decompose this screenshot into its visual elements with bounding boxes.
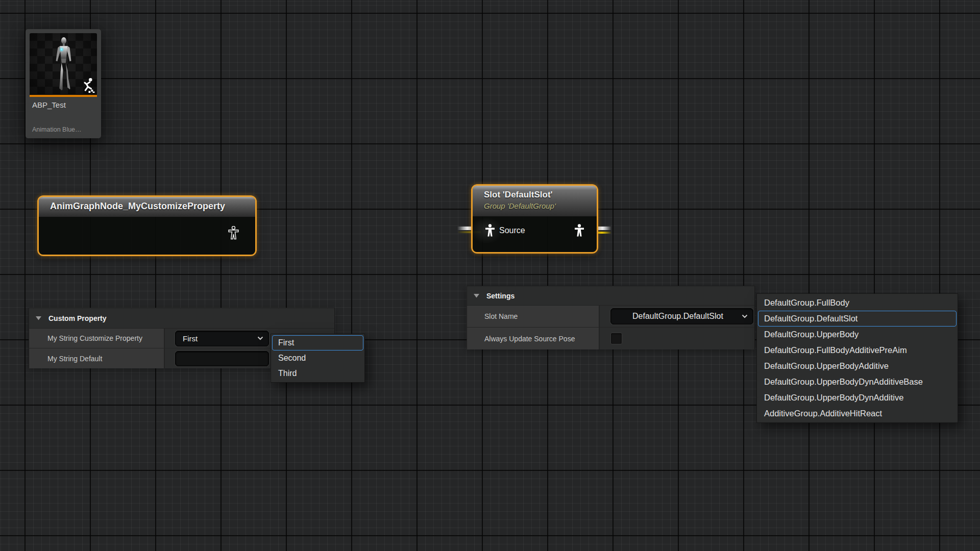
custom-property-header[interactable]: Custom Property [29,308,334,329]
string-dropdown-popup: First Second Third [271,334,365,383]
dropdown-current-value: DefaultGroup.DefaultSlot [632,312,723,321]
asset-title: ABP_Test [32,101,66,109]
dropdown-item[interactable]: DefaultGroup.DefaultSlot [758,311,957,327]
panel-header-label: Custom Property [48,314,107,322]
pose-wire-left [457,227,472,230]
wire-right-yellow [597,232,611,234]
node-title-bar[interactable]: Slot 'DefaultSlot' Group 'DefaultGroup' [473,186,597,216]
dropdown-item[interactable]: DefaultGroup.FullBody [758,295,957,311]
dropdown-item[interactable]: DefaultGroup.FullBodyAdditivePreAim [758,342,957,358]
my-string-default-input[interactable] [175,351,269,366]
asset-card[interactable]: ABP_Test Animation Blue… [26,29,101,138]
source-pin-label: Source [499,226,525,235]
dropdown-item[interactable]: DefaultGroup.UpperBodyDynAdditive [758,390,957,406]
chevron-down-icon [742,314,748,318]
asset-thumbnail [30,33,97,95]
asset-type-stripe [30,95,97,97]
always-update-source-pose-checkbox[interactable] [610,333,622,344]
property-label: Always Update Source Pose [467,328,600,349]
property-value-cell: DefaultGroup.DefaultSlot [600,306,754,327]
anim-graph-node-custom[interactable]: AnimGraphNode_MyCustomizeProperty [37,195,257,256]
pose-output-pin-icon[interactable] [574,224,584,237]
dropdown-item[interactable]: First [272,335,363,350]
node-title: Slot 'DefaultSlot' [484,190,585,200]
mannequin-figure [42,36,85,94]
dropdown-item[interactable]: AdditiveGroup.AdditiveHitReact [758,406,957,421]
property-label: My String Default [29,348,165,368]
slot-node[interactable]: Slot 'DefaultSlot' Group 'DefaultGroup' … [471,184,598,254]
expander-triangle-icon[interactable] [474,294,479,298]
dropdown-item[interactable]: DefaultGroup.UpperBody [758,327,957,342]
node-title: AnimGraphNode_MyCustomizeProperty [50,201,225,211]
settings-header[interactable]: Settings [467,286,754,306]
node-body [39,217,255,255]
dropdown-item[interactable]: DefaultGroup.UpperBodyDynAdditiveBase [758,374,957,390]
graph-canvas[interactable]: ABP_Test Animation Blue… AnimGraphNode_M… [0,0,980,551]
settings-panel: Settings Slot Name DefaultGroup.DefaultS… [467,286,755,349]
node-title-bar[interactable]: AnimGraphNode_MyCustomizeProperty [39,197,255,217]
chevron-down-icon [257,336,263,340]
node-body: Source [473,216,597,252]
expander-triangle-icon[interactable] [36,316,41,320]
pose-wire-right [597,227,611,230]
dropdown-current-value: First [183,334,198,343]
slot-name-dropdown[interactable]: DefaultGroup.DefaultSlot [610,308,753,324]
running-figure-icon [80,78,95,93]
slot-name-dropdown-popup: DefaultGroup.FullBody DefaultGroup.Defau… [756,293,958,423]
node-subtitle: Group 'DefaultGroup' [484,202,585,210]
asset-type-label: Animation Blue… [32,126,82,133]
property-label: Slot Name [467,306,600,327]
dropdown-item[interactable]: DefaultGroup.UpperBodyAdditive [758,358,957,374]
dropdown-item[interactable]: Third [272,366,363,381]
property-label: My String Customize Property [29,329,165,348]
property-value-cell [600,328,754,349]
dropdown-item[interactable]: Second [272,350,363,366]
my-string-customize-property-dropdown[interactable]: First [175,331,269,346]
panel-header-label: Settings [486,292,514,300]
property-row: Always Update Source Pose [467,328,754,349]
source-pose-input-pin-icon[interactable] [485,224,495,237]
property-row: Slot Name DefaultGroup.DefaultSlot [467,306,754,328]
pose-output-pin-icon[interactable] [228,226,239,240]
